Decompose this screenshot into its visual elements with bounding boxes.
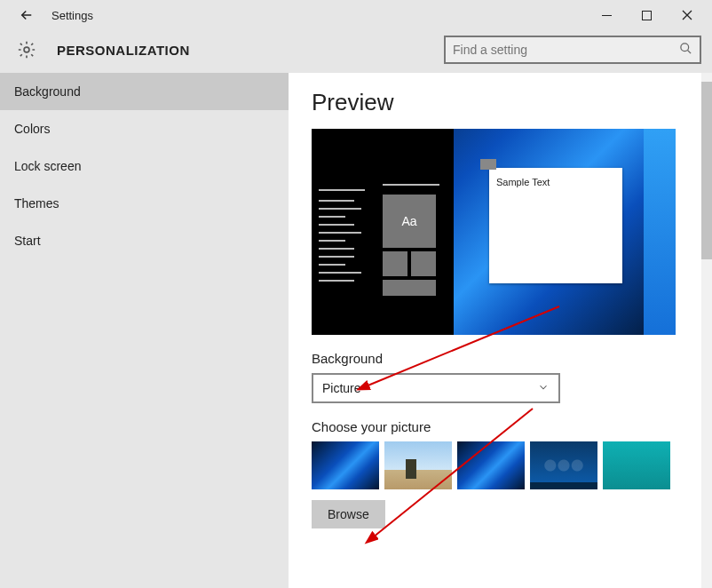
preview-start-tiles: Aa xyxy=(383,195,436,296)
svg-point-2 xyxy=(24,47,29,52)
close-icon xyxy=(682,10,692,20)
search-box[interactable] xyxy=(444,36,701,64)
arrow-left-icon xyxy=(19,7,35,23)
preview-heading: Preview xyxy=(312,89,678,116)
sidebar-item-start[interactable]: Start xyxy=(0,222,289,259)
choose-picture-label: Choose your picture xyxy=(312,419,678,434)
picture-thumbnail[interactable] xyxy=(457,441,525,489)
sidebar-item-label: Background xyxy=(14,84,81,99)
maximize-button[interactable] xyxy=(627,0,667,30)
svg-rect-0 xyxy=(602,15,612,16)
sidebar-item-colors[interactable]: Colors xyxy=(0,110,289,147)
picture-thumbnail[interactable] xyxy=(384,441,452,489)
preview-sample-text: Sample Text xyxy=(489,168,622,196)
picture-thumbnails xyxy=(312,441,678,489)
minimize-button[interactable] xyxy=(587,0,627,30)
preview-start-list xyxy=(319,200,368,288)
category-title: PERSONALIZATION xyxy=(57,43,190,58)
sidebar-item-background[interactable]: Background xyxy=(0,73,289,110)
picture-thumbnail[interactable] xyxy=(312,441,379,489)
maximize-icon xyxy=(642,11,652,20)
sidebar-item-label: Colors xyxy=(14,122,50,136)
sidebar: Background Colors Lock screen Themes Sta… xyxy=(0,73,289,588)
body: Background Colors Lock screen Themes Sta… xyxy=(0,73,712,588)
scrollbar-track[interactable] xyxy=(701,73,712,588)
background-dropdown-value: Picture xyxy=(322,381,361,395)
header: PERSONALIZATION xyxy=(0,30,712,73)
preview-pane: Aa Sample Text xyxy=(312,129,676,335)
chevron-down-icon xyxy=(537,381,550,396)
minimize-icon xyxy=(602,11,612,20)
search-icon xyxy=(679,42,692,59)
svg-rect-1 xyxy=(643,11,652,20)
content-area: Preview Aa Sampl xyxy=(289,73,712,588)
scrollbar-thumb[interactable] xyxy=(701,82,712,259)
picture-thumbnail[interactable] xyxy=(530,441,597,489)
background-label: Background xyxy=(312,351,678,366)
svg-point-3 xyxy=(681,43,689,51)
sidebar-item-lock-screen[interactable]: Lock screen xyxy=(0,147,289,185)
background-dropdown[interactable]: Picture xyxy=(312,373,560,403)
window-controls xyxy=(587,0,707,30)
sidebar-item-themes[interactable]: Themes xyxy=(0,185,289,222)
browse-label: Browse xyxy=(328,507,369,521)
titlebar: Settings xyxy=(0,0,712,30)
sidebar-item-label: Lock screen xyxy=(14,159,81,173)
preview-tile-aa: Aa xyxy=(383,195,436,248)
sidebar-item-label: Themes xyxy=(14,196,59,211)
search-input[interactable] xyxy=(453,43,679,57)
window-title: Settings xyxy=(51,9,93,22)
picture-thumbnail[interactable] xyxy=(603,441,670,489)
back-button[interactable] xyxy=(14,3,39,28)
browse-button[interactable]: Browse xyxy=(312,500,385,528)
sidebar-item-label: Start xyxy=(14,234,41,248)
gear-icon xyxy=(16,39,37,60)
preview-sample-window: Sample Text xyxy=(489,168,622,283)
close-button[interactable] xyxy=(667,0,707,30)
